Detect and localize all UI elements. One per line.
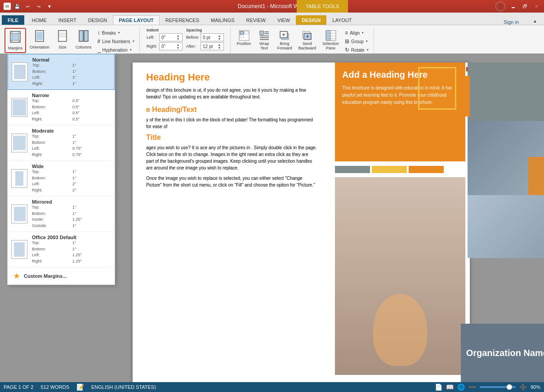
- view-web-icon[interactable]: 🌐: [457, 383, 465, 391]
- margin-office2003-details: Top:1" Bottom:1" Left:1.25" Right:1.25": [32, 240, 111, 264]
- custom-margins-label: Custom Margins...: [24, 273, 67, 279]
- document-area: Normal Top:1" Bottom:1" Left:1" Right:1"…: [0, 53, 544, 382]
- zoom-handle[interactable]: [507, 384, 512, 390]
- svg-rect-15: [240, 31, 244, 34]
- margin-moderate-item[interactable]: Moderate Top:1" Bottom:1" Left:0.75" Rig…: [8, 125, 115, 161]
- zoom-out-button[interactable]: ➖: [468, 383, 476, 391]
- svg-rect-8: [58, 31, 67, 41]
- margin-normal-item[interactable]: Normal Top:1" Bottom:1" Left:1" Right:1": [8, 54, 115, 90]
- bring-forward-button[interactable]: BringForward: [275, 28, 295, 52]
- doc-text-3: ages you wish to use? It is ace any of t…: [146, 144, 317, 171]
- qat-more-button[interactable]: ▼: [45, 2, 54, 10]
- tab-review[interactable]: REVIEW: [241, 15, 272, 25]
- redo-qat-button[interactable]: ↪: [34, 2, 43, 10]
- margin-normal-details: Top:1" Bottom:1" Left:1" Right:1": [32, 62, 111, 87]
- columns-button[interactable]: Columns: [73, 28, 94, 51]
- tab-view[interactable]: VIEW: [272, 15, 296, 25]
- selection-pane-icon: [325, 30, 337, 41]
- tab-table-design[interactable]: DESIGN: [296, 15, 326, 25]
- doc-text-1: design of this brochure is ut, if you do…: [146, 87, 317, 100]
- hyphenation-button[interactable]: ⎯ Hyphenation ▾: [95, 46, 137, 54]
- collapse-ribbon-button[interactable]: ▲: [526, 18, 544, 25]
- undo-qat-button[interactable]: ↩: [23, 2, 32, 10]
- main-photo: [335, 177, 465, 375]
- tab-references[interactable]: REFERENCES: [160, 15, 205, 25]
- spacing-after-up[interactable]: ▲: [216, 43, 223, 46]
- zoom-slider[interactable]: [480, 386, 516, 388]
- margin-moderate-details: Top:1" Bottom:1" Left:0.75" Right:0.75": [32, 134, 111, 158]
- indent-right-input[interactable]: 0" ▲ ▼: [159, 42, 183, 50]
- position-button[interactable]: Position: [234, 28, 254, 48]
- zoom-in-button[interactable]: ➕: [519, 383, 527, 391]
- align-icon: ≡: [345, 30, 348, 36]
- margin-office2003-item[interactable]: Office 2003 Default Top:1" Bottom:1" Lef…: [8, 232, 115, 267]
- columns-icon: [78, 30, 89, 45]
- group-button[interactable]: ⊞ Group ▾: [343, 37, 370, 45]
- indent-left-down[interactable]: ▼: [175, 37, 181, 40]
- orientation-icon: [34, 30, 45, 45]
- bring-forward-label: BringForward: [277, 41, 292, 50]
- align-button[interactable]: ≡ Align ▾: [343, 29, 370, 37]
- svg-rect-18: [260, 31, 263, 35]
- spacing-before-down[interactable]: ▼: [216, 37, 223, 40]
- tab-home[interactable]: HOME: [26, 15, 53, 25]
- tab-mailings[interactable]: MAILINGS: [205, 15, 241, 25]
- margin-normal-icon: [12, 62, 28, 81]
- send-backward-button[interactable]: SendBackward: [296, 28, 319, 52]
- indent-left-input[interactable]: 0" ▲ ▼: [159, 33, 183, 41]
- margin-wide-item[interactable]: Wide Top:1" Bottom:1" Left:2" Right:2": [8, 161, 115, 196]
- help-button[interactable]: ?: [495, 1, 505, 11]
- send-backward-label: SendBackward: [299, 41, 317, 50]
- custom-margins-item[interactable]: ★ Custom Margins...: [8, 267, 115, 285]
- wrap-text-icon: [259, 30, 270, 41]
- wrap-text-label: WrapText: [259, 41, 269, 50]
- selection-pane-button[interactable]: SelectionPane: [320, 28, 342, 52]
- minimize-button[interactable]: 🗕: [509, 2, 517, 10]
- send-backward-icon: [301, 30, 313, 41]
- indent-right-up[interactable]: ▲: [175, 43, 181, 46]
- view-reading-icon[interactable]: 📖: [446, 383, 454, 391]
- wrap-text-button[interactable]: WrapText: [255, 28, 274, 52]
- tab-page-layout[interactable]: PAGE LAYOUT: [113, 15, 160, 25]
- view-normal-icon[interactable]: 📄: [435, 383, 442, 391]
- line-numbers-icon: #: [98, 38, 101, 45]
- tab-design[interactable]: DESIGN: [82, 15, 113, 25]
- spacing-after-down[interactable]: ▼: [216, 46, 223, 49]
- size-icon: [57, 30, 68, 45]
- hyphenation-icon: ⎯: [98, 47, 101, 53]
- size-button[interactable]: Size: [53, 28, 72, 51]
- org-name-box: Organization Name/Logo: [461, 324, 544, 382]
- line-numbers-button[interactable]: # Line Numbers ▾: [95, 37, 137, 45]
- margin-mirrored-item[interactable]: Mirrored Top:1" Bottom:1" Inside:1.25" O…: [8, 196, 115, 232]
- margins-icon: [9, 31, 22, 45]
- spacing-before-input[interactable]: 0 pt ▲ ▼: [201, 33, 224, 41]
- svg-rect-13: [84, 31, 88, 41]
- size-label: Size: [58, 45, 67, 49]
- orientation-button[interactable]: Orientation: [27, 28, 52, 51]
- table-tools-tab: TABLE TOOLS: [297, 0, 348, 13]
- indent-right-down[interactable]: ▼: [175, 46, 181, 49]
- margin-narrow-item[interactable]: Narrow Top:0.5" Bottom:0.5" Left:0.5" Ri…: [8, 90, 115, 125]
- spacing-before-up[interactable]: ▲: [216, 34, 223, 37]
- zoom-level: 90%: [531, 384, 540, 390]
- tab-insert[interactable]: INSERT: [53, 15, 82, 25]
- breaks-button[interactable]: ↕ Breaks ▾: [95, 29, 137, 37]
- spacing-label: Spacing: [186, 28, 224, 32]
- restore-button[interactable]: 🗗: [521, 2, 529, 10]
- window-title: Document1 - Microsoft Word: [238, 3, 307, 9]
- status-bar: PAGE 1 OF 2 512 WORDS 📝 ENGLISH (UNITED …: [0, 382, 544, 392]
- margins-button[interactable]: Margins: [5, 29, 25, 52]
- indent-left-up[interactable]: ▲: [175, 34, 181, 37]
- rotate-button[interactable]: ↻ Rotate ▾: [343, 46, 370, 54]
- sign-in-link[interactable]: Sign in: [504, 19, 519, 25]
- gray-top-box: [468, 62, 544, 121]
- custom-margins-icon: ★: [13, 271, 20, 281]
- close-button[interactable]: ✕: [532, 2, 540, 10]
- spacing-after-input[interactable]: 12 pt ▲ ▼: [201, 42, 224, 50]
- tab-file[interactable]: FILE: [2, 15, 24, 25]
- margin-narrow-name: Narrow: [32, 93, 111, 98]
- tab-layout[interactable]: LAYOUT: [326, 15, 357, 25]
- save-qat-button[interactable]: 💾: [13, 2, 22, 10]
- color-bar-gray: [335, 166, 370, 173]
- color-bars: [335, 166, 444, 173]
